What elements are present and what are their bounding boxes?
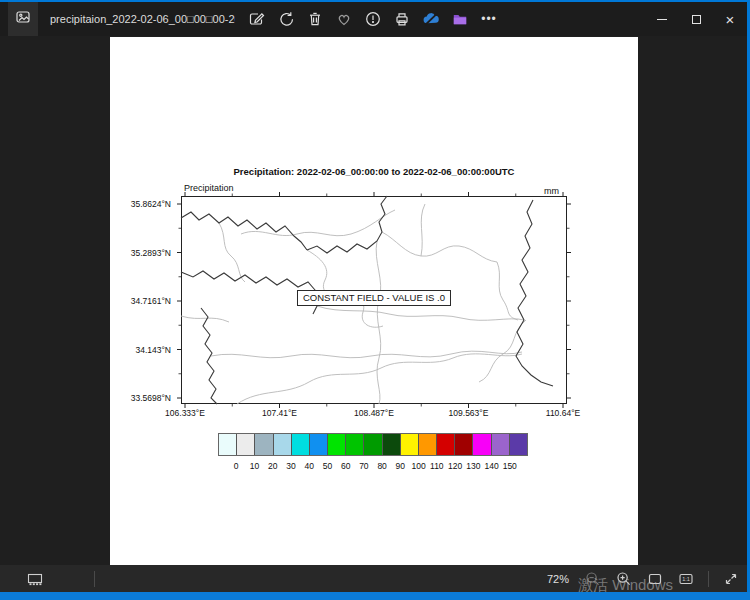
window-title: precipitaion_2022-02-06_00□00□00-2022-02… xyxy=(50,13,235,25)
colorbar-tick-label: 120 xyxy=(448,461,462,471)
actual-size-icon[interactable]: 1:1 xyxy=(677,570,695,588)
colorbar-labels: 0102030405060708090100110120130140150 xyxy=(218,461,528,472)
colorbar-tick-label: 150 xyxy=(503,461,517,471)
window-controls: × xyxy=(645,2,747,36)
colorbar-segment xyxy=(510,434,527,455)
displayed-image[interactable]: Precipitation: 2022-02-06_00:00:00 to 20… xyxy=(110,37,638,565)
y-axis-labels: 35.8624°N35.2893°N34.7161°N34.143°N33.56… xyxy=(110,204,176,398)
colorbar-segment xyxy=(219,434,237,455)
colorbar-tick-label: 10 xyxy=(250,461,259,471)
colorbar-segment xyxy=(237,434,255,455)
colorbar-segment xyxy=(292,434,310,455)
photos-app-icon xyxy=(14,8,32,30)
colorbar-segment xyxy=(473,434,491,455)
minimize-button[interactable] xyxy=(645,2,679,36)
statusbar-right: 72% 1:1 xyxy=(547,565,740,592)
x-tick-label: 108.487°E xyxy=(354,408,394,418)
colorbar-tick-label: 0 xyxy=(234,461,239,471)
fit-to-window-icon[interactable] xyxy=(646,570,664,588)
statusbar: 72% 1:1 xyxy=(0,565,750,592)
close-icon: × xyxy=(726,12,735,27)
x-axis-labels: 106.333°E107.41°E108.487°E109.563°E110.6… xyxy=(181,408,567,420)
zoom-in-icon[interactable] xyxy=(615,570,633,588)
x-tick-label: 109.563°E xyxy=(449,408,489,418)
x-tick-label: 106.333°E xyxy=(165,408,205,418)
colorbar-tick-label: 40 xyxy=(304,461,313,471)
y-tick-label: 34.7161°N xyxy=(131,296,171,306)
colorbar-tick-label: 90 xyxy=(396,461,405,471)
y-tick-label: 33.5698°N xyxy=(131,393,171,403)
colorbar-segment xyxy=(328,434,346,455)
colorbar-tick-label: 80 xyxy=(377,461,386,471)
colorbar-segment xyxy=(401,434,419,455)
window-border-bottom xyxy=(0,592,750,600)
y-tick-label: 35.8624°N xyxy=(131,199,171,209)
colorbar xyxy=(218,433,528,456)
colorbar-segment xyxy=(383,434,401,455)
svg-text:1:1: 1:1 xyxy=(682,576,690,582)
favorite-icon[interactable] xyxy=(335,10,353,28)
colorbar-tick-label: 110 xyxy=(430,461,444,471)
colorbar-tick-label: 100 xyxy=(411,461,425,471)
colorbar-tick-label: 140 xyxy=(484,461,498,471)
constant-field-annotation: CONSTANT FIELD - VALUE IS .0 xyxy=(297,290,451,306)
x-tick-label: 110.64°E xyxy=(546,408,580,418)
colorbar-segment xyxy=(255,434,273,455)
app-icon-button[interactable] xyxy=(8,2,38,36)
cloud-offline-icon[interactable] xyxy=(422,10,440,28)
zoom-out-icon[interactable] xyxy=(584,570,602,588)
titlebar: precipitaion_2022-02-06_00□00□00-2022-02… xyxy=(0,2,750,36)
statusbar-divider xyxy=(94,571,95,587)
maximize-button[interactable] xyxy=(679,2,713,36)
print-icon[interactable] xyxy=(393,10,411,28)
colorbar-tick-label: 70 xyxy=(359,461,368,471)
colorbar-segment xyxy=(274,434,292,455)
zoom-level: 72% xyxy=(547,573,569,585)
minimize-icon xyxy=(657,19,667,20)
rotate-icon[interactable] xyxy=(277,10,295,28)
y-tick-label: 35.2893°N xyxy=(131,248,171,258)
viewer-canvas[interactable]: Precipitation: 2022-02-06_00:00:00 to 20… xyxy=(0,36,750,565)
folder-icon[interactable] xyxy=(451,10,469,28)
y-tick-label: 34.143°N xyxy=(135,345,171,355)
colorbar-tick-label: 130 xyxy=(466,461,480,471)
x-tick-label: 107.41°E xyxy=(262,408,297,418)
colorbar-tick-label: 50 xyxy=(323,461,332,471)
edit-image-icon[interactable] xyxy=(248,10,266,28)
toolbar: ••• xyxy=(248,2,498,36)
close-button[interactable]: × xyxy=(713,2,747,36)
colorbar-segment xyxy=(310,434,328,455)
ellipsis-glyph: ••• xyxy=(481,12,497,26)
colorbar-tick-label: 60 xyxy=(341,461,350,471)
colorbar-segment xyxy=(364,434,382,455)
colorbar-segment xyxy=(419,434,437,455)
colorbar-segment xyxy=(455,434,473,455)
colorbar-tick-label: 30 xyxy=(286,461,295,471)
colorbar-segment xyxy=(346,434,364,455)
window-border-top xyxy=(0,0,750,2)
colorbar-segment xyxy=(437,434,455,455)
figure-title: Precipitation: 2022-02-06_00:00:00 to 20… xyxy=(110,166,638,177)
photos-app-window: precipitaion_2022-02-06_00□00□00-2022-02… xyxy=(0,0,750,600)
colorbar-tick-label: 20 xyxy=(268,461,277,471)
colorbar-segment xyxy=(492,434,510,455)
maximize-icon xyxy=(692,15,701,24)
delete-icon[interactable] xyxy=(306,10,324,28)
fullscreen-icon[interactable] xyxy=(722,570,740,588)
info-icon[interactable] xyxy=(364,10,382,28)
more-options-icon[interactable]: ••• xyxy=(480,10,498,28)
filmstrip-icon[interactable] xyxy=(22,568,48,590)
statusbar-divider-2 xyxy=(708,571,709,587)
